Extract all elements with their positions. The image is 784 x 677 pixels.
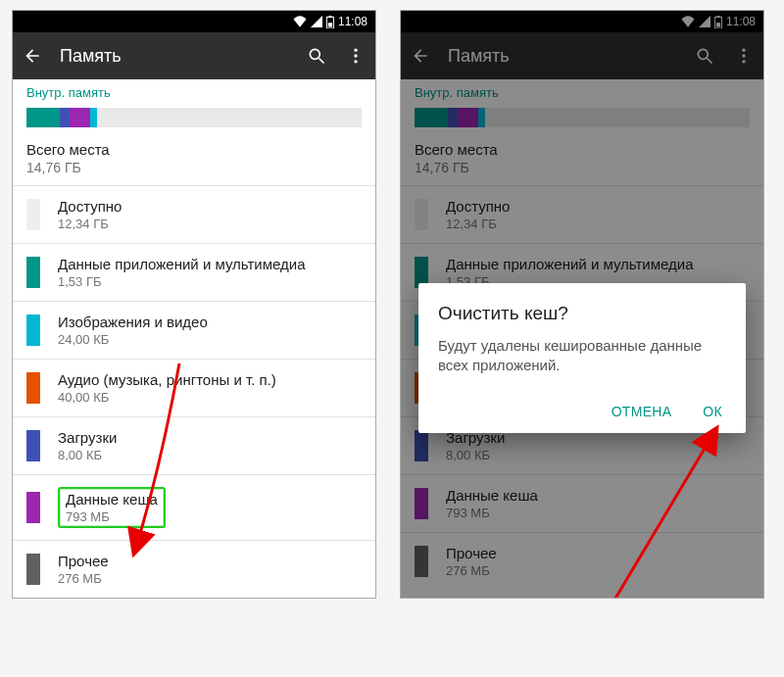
row-value: 12,34 ГБ <box>446 217 750 231</box>
storage-segment <box>26 108 60 127</box>
row-value: 12,34 ГБ <box>58 217 362 231</box>
storage-row[interactable]: Прочее276 МБ <box>401 533 763 590</box>
svg-point-7 <box>354 60 357 63</box>
storage-bar <box>26 108 362 127</box>
storage-segment <box>70 108 90 127</box>
back-icon[interactable] <box>409 44 432 68</box>
row-label: Данные кеша <box>446 487 750 504</box>
section-label: Внутр. память <box>401 79 763 104</box>
row-value: 8,00 КБ <box>58 448 362 462</box>
storage-row[interactable]: Данные кеша793 МБ <box>401 475 763 532</box>
row-value: 1,53 ГБ <box>58 274 362 289</box>
storage-segment <box>478 108 485 127</box>
row-value: 276 МБ <box>58 571 362 586</box>
svg-point-15 <box>742 60 745 63</box>
storage-segment <box>90 108 97 127</box>
overflow-icon[interactable] <box>344 44 368 68</box>
row-swatch <box>26 257 40 288</box>
svg-point-6 <box>354 54 357 57</box>
clear-cache-dialog: Очистить кеш? Будут удалены кешированные… <box>418 283 746 433</box>
storage-row[interactable]: Данные кеша793 МБ <box>13 475 375 540</box>
app-bar: Память <box>401 32 763 79</box>
content-left: Внутр. память Всего места 14,76 ГБ Досту… <box>13 79 375 598</box>
total-value: 14,76 ГБ <box>26 160 362 175</box>
battery-icon <box>326 16 334 28</box>
status-time: 11:08 <box>726 15 756 28</box>
row-value: 793 МБ <box>66 509 158 524</box>
storage-segment <box>458 108 478 127</box>
svg-point-14 <box>742 54 745 57</box>
row-swatch <box>26 372 40 404</box>
row-swatch <box>26 492 40 523</box>
row-value: 276 МБ <box>446 563 750 578</box>
search-icon[interactable] <box>693 44 716 68</box>
svg-point-3 <box>310 49 319 59</box>
storage-row[interactable]: Изображения и видео24,00 КБ <box>13 302 375 359</box>
svg-point-11 <box>698 49 708 59</box>
storage-row[interactable]: Прочее276 МБ <box>13 541 375 598</box>
storage-segment <box>415 108 448 127</box>
row-label: Доступно <box>446 198 750 215</box>
storage-row[interactable]: Доступно12,34 ГБ <box>13 186 375 243</box>
dialog-message: Будут удалены кешированные данные всех п… <box>438 336 726 376</box>
svg-rect-10 <box>716 23 720 26</box>
storage-segment <box>448 108 458 127</box>
storage-row[interactable]: Доступно12,34 ГБ <box>401 186 763 243</box>
row-swatch <box>415 199 428 230</box>
row-value: 8,00 КБ <box>446 448 750 462</box>
row-swatch <box>26 554 40 585</box>
storage-row[interactable]: Загрузки8,00 КБ <box>13 417 375 474</box>
back-icon[interactable] <box>21 44 44 68</box>
row-label: Данные кеша <box>66 491 158 508</box>
signal-icon <box>311 16 322 27</box>
total-value: 14,76 ГБ <box>415 160 750 175</box>
svg-rect-2 <box>328 23 332 26</box>
row-label: Прочее <box>58 553 362 569</box>
row-value: 24,00 КБ <box>58 332 362 347</box>
battery-icon <box>714 16 722 28</box>
row-swatch <box>26 314 40 346</box>
row-value: 793 МБ <box>446 506 750 520</box>
svg-point-5 <box>354 49 357 52</box>
cancel-button[interactable]: ОТМЕНА <box>608 398 676 425</box>
ok-button[interactable]: ОК <box>699 398 726 425</box>
svg-line-12 <box>708 59 712 64</box>
row-value: 40,00 КБ <box>58 390 362 405</box>
search-icon[interactable] <box>305 44 328 68</box>
phone-screen-right: 11:08 Память Внутр. память Всего места 1… <box>400 10 764 599</box>
status-bar: 11:08 <box>13 11 375 32</box>
row-label: Изображения и видео <box>58 314 362 330</box>
svg-point-13 <box>742 49 745 52</box>
row-swatch <box>26 430 40 461</box>
app-bar: Память <box>13 32 375 79</box>
row-swatch <box>415 488 428 519</box>
wifi-icon <box>293 16 307 27</box>
storage-bar <box>415 108 750 127</box>
storage-row[interactable]: Данные приложений и мультимедиа1,53 ГБ <box>13 244 375 301</box>
wifi-icon <box>681 16 695 27</box>
row-label: Прочее <box>446 545 750 561</box>
total-label: Всего места <box>415 141 750 158</box>
storage-segment <box>97 108 362 127</box>
row-label: Доступно <box>58 198 362 215</box>
storage-row[interactable]: Аудио (музыка, рингтоны и т. п.)40,00 КБ <box>13 360 375 416</box>
highlight-cache-row: Данные кеша793 МБ <box>58 487 166 528</box>
total-block: Всего места 14,76 ГБ <box>13 137 375 185</box>
phone-screen-left: 11:08 Память Внутр. память Всего места 1… <box>12 10 376 599</box>
row-label: Аудио (музыка, рингтоны и т. п.) <box>58 371 362 388</box>
overflow-icon[interactable] <box>732 44 756 68</box>
row-label: Данные приложений и мультимедиа <box>446 256 750 272</box>
total-block: Всего места 14,76 ГБ <box>401 137 763 185</box>
row-label: Загрузки <box>58 429 362 446</box>
appbar-title: Память <box>60 46 289 67</box>
dialog-title: Очистить кеш? <box>438 303 726 324</box>
svg-line-4 <box>319 59 324 64</box>
row-swatch <box>415 430 428 461</box>
row-label: Данные приложений и мультимедиа <box>58 256 362 272</box>
status-bar: 11:08 <box>401 11 763 32</box>
status-time: 11:08 <box>338 15 368 28</box>
signal-icon <box>699 16 710 27</box>
row-swatch <box>26 199 40 230</box>
section-label: Внутр. память <box>13 79 375 104</box>
storage-segment <box>485 108 750 127</box>
